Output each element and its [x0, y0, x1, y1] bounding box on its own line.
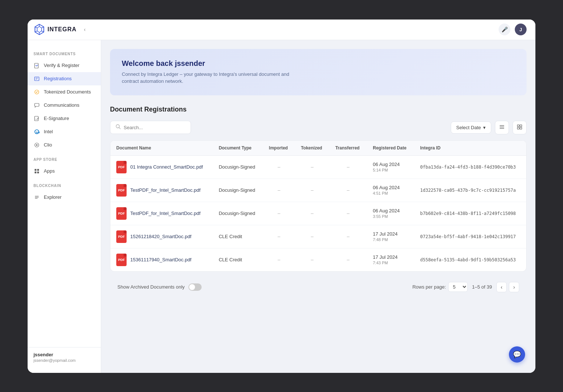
chat-icon: 💬 [513, 350, 521, 359]
svg-rect-20 [37, 169, 39, 171]
doc-name-text-4: 15361117940_SmartDoc.pdf [130, 257, 191, 262]
sidebar-section-smart-docs: SMART DOCUMENTS [28, 46, 101, 59]
grid-icon [517, 124, 523, 131]
col-header-tokenized: Tokenized [295, 141, 330, 156]
sidebar-item-explorer-label: Explorer [44, 194, 61, 200]
cell-doc-type-1: Docusign-Signed [213, 179, 263, 202]
sidebar-item-apps[interactable]: Apps [28, 165, 101, 178]
pdf-icon-2: PDF [116, 207, 127, 220]
integra-id-value-1: 1d322578-ca05-437b-9c7c-cc919215757a [420, 188, 516, 193]
sidebar-item-clio[interactable]: Clio [28, 138, 101, 152]
search-input[interactable] [124, 125, 185, 130]
cell-doc-name-3: PDF 15261218420_SmartDoc.pdf [110, 225, 213, 248]
sidebar-item-explorer[interactable]: Explorer [28, 191, 101, 204]
archived-toggle: Show Archived Documents only [117, 283, 202, 291]
cell-date-0: 06 Aug 2024 5:14 PM [367, 155, 414, 179]
table-row[interactable]: PDF TestPDF_for_Intel_SmartDoc.pdf Docus… [110, 202, 526, 225]
user-avatar-button[interactable]: J [515, 24, 527, 35]
table-row[interactable]: PDF 01 Integra Connect_SmartDoc.pdf Docu… [110, 155, 526, 179]
sidebar-item-clio-label: Clio [44, 142, 52, 148]
integra-id-value-2: b7b602e9-c814-438b-8f11-a7249fc15098 [420, 211, 516, 216]
pdf-icon-0: PDF [116, 161, 127, 173]
sidebar-item-tokenized[interactable]: Tokenized Documents [28, 85, 101, 99]
documents-table: Document Name Document Type Imported Tok… [110, 141, 526, 271]
sidebar-item-registrations-label: Registrations [44, 76, 72, 81]
cell-tokenized-2: – [295, 202, 330, 225]
doc-name-text-0: 01 Integra Connect_SmartDoc.pdf [130, 164, 203, 170]
cell-transferred-2: – [329, 202, 367, 225]
select-date-button[interactable]: Select Date ▾ [451, 121, 491, 134]
cell-tokenized-3: – [295, 225, 330, 248]
sidebar-user-email: jssender@yopmail.com [33, 358, 95, 363]
svg-rect-22 [37, 172, 39, 173]
doc-name-text-2: TestPDF_for_Intel_SmartDoc.pdf [130, 211, 201, 216]
archived-label: Show Archived Documents only [117, 284, 185, 290]
reg-time-1: 4:51 PM [373, 191, 408, 195]
archived-toggle-switch[interactable] [188, 283, 202, 291]
grid-view-button[interactable] [513, 121, 527, 134]
sidebar-item-esignature-label: E-Signature [44, 116, 69, 121]
cell-date-4: 17 Jul 2024 7:43 PM [367, 248, 414, 271]
sidebar-item-communications[interactable]: Communications [28, 99, 101, 112]
sidebar-item-registrations[interactable]: Registrations [28, 72, 101, 85]
integra-id-value-0: 0fba13da-fa24-4fd3-b188-f4d390ce70b3 [420, 165, 516, 170]
search-box[interactable] [110, 121, 191, 134]
prev-page-button[interactable]: ‹ [496, 282, 507, 292]
clio-icon [33, 142, 40, 148]
rows-per-page-select[interactable]: 5 10 20 [448, 282, 468, 292]
svg-text:intel: intel [36, 131, 40, 133]
communications-icon [33, 102, 40, 109]
col-header-imported: Imported [263, 141, 295, 156]
cell-integra-id-3: 0723a54e-bf5f-4abf-9418-1e042c139917 [414, 225, 526, 248]
svg-rect-8 [35, 63, 38, 68]
sidebar-item-esignature[interactable]: E-Signature [28, 112, 101, 125]
top-bar: INTEGRA ‹ 🎤 J [28, 20, 535, 40]
cell-doc-name-2: PDF TestPDF_for_Intel_SmartDoc.pdf [110, 202, 213, 225]
svg-rect-21 [35, 172, 36, 173]
cell-date-3: 17 Jul 2024 7:48 PM [367, 225, 414, 248]
col-header-transferred: Transferred [329, 141, 367, 156]
explorer-icon [33, 194, 40, 201]
logo: INTEGRA [33, 24, 77, 35]
toolbar-right: Select Date ▾ [451, 121, 527, 134]
cell-doc-type-0: Docusign-Signed [213, 155, 263, 179]
sidebar-section-blockchain: BLOCKCHAIN [28, 178, 101, 191]
cell-imported-0: – [263, 155, 295, 179]
col-header-integra-id: Integra ID [414, 141, 526, 156]
table-toolbar: Select Date ▾ [110, 121, 527, 134]
sidebar-item-verify[interactable]: Verify & Register [28, 59, 101, 72]
cell-doc-name-4: PDF 15361117940_SmartDoc.pdf [110, 248, 213, 271]
pdf-icon-1: PDF [116, 184, 127, 197]
verify-icon [33, 62, 40, 69]
main-layout: SMART DOCUMENTS Verify & Register Regist… [28, 40, 535, 373]
cell-doc-type-2: Docusign-Signed [213, 202, 263, 225]
collapse-button[interactable]: ‹ [81, 25, 89, 34]
table-row[interactable]: PDF 15361117940_SmartDoc.pdf CLE Credit … [110, 248, 526, 271]
cell-date-2: 06 Aug 2024 3:55 PM [367, 202, 414, 225]
table-row[interactable]: PDF 15261218420_SmartDoc.pdf CLE Credit … [110, 225, 526, 248]
rows-per-page-label: Rows per page: [412, 284, 446, 290]
cell-imported-3: – [263, 225, 295, 248]
reg-time-2: 3:55 PM [373, 214, 408, 219]
cell-doc-type-4: CLE Credit [213, 248, 263, 271]
main-content: Welcome back jssender Connect by Integra… [101, 40, 535, 373]
integra-id-value-3: 0723a54e-bf5f-4abf-9418-1e042c139917 [420, 234, 516, 239]
logo-icon [33, 24, 45, 35]
table-row[interactable]: PDF TestPDF_for_Intel_SmartDoc.pdf Docus… [110, 179, 526, 202]
svg-point-18 [36, 144, 38, 146]
mic-button[interactable]: 🎤 [499, 24, 510, 35]
next-page-button[interactable]: › [509, 282, 519, 292]
mic-icon: 🎤 [502, 27, 508, 32]
sidebar-item-intel[interactable]: intel Intel [28, 125, 101, 138]
list-view-button[interactable] [495, 121, 509, 134]
cell-imported-1: – [263, 179, 295, 202]
cell-doc-name-0: PDF 01 Integra Connect_SmartDoc.pdf [110, 155, 213, 179]
chat-fab-button[interactable]: 💬 [509, 346, 525, 363]
logo-text: INTEGRA [47, 26, 77, 33]
svg-rect-13 [35, 103, 39, 106]
cell-imported-4: – [263, 248, 295, 271]
reg-time-0: 5:14 PM [373, 168, 408, 172]
cell-date-1: 06 Aug 2024 4:51 PM [367, 179, 414, 202]
list-icon [499, 124, 505, 131]
cell-integra-id-1: 1d322578-ca05-437b-9c7c-cc919215757a [414, 179, 526, 202]
